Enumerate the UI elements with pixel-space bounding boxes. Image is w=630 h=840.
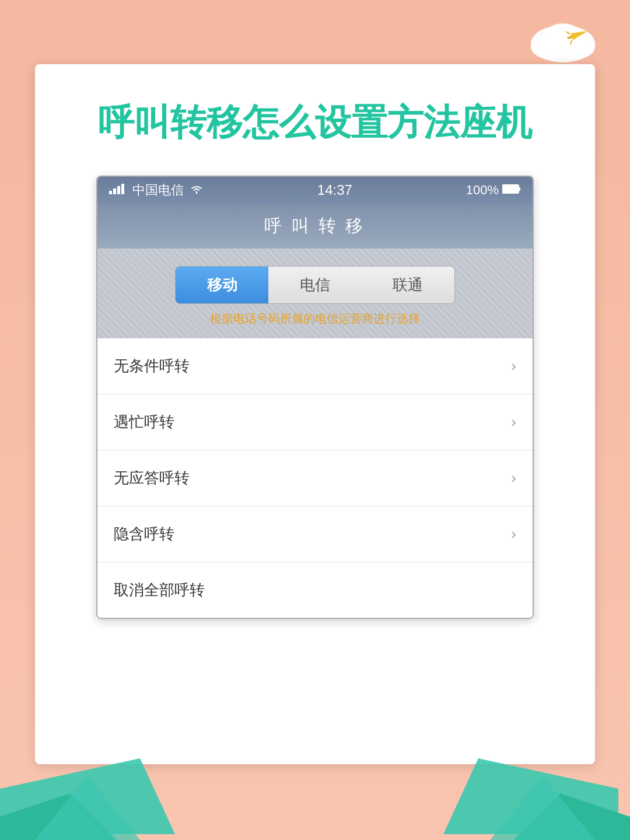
menu-list: 无条件呼转 › 遇忙呼转 › 无应答呼转 › 隐含呼转 › 取消全部呼转 [97, 338, 533, 618]
nav-title: 呼 叫 转 移 [264, 216, 365, 235]
carrier-name: 中国电信 [132, 181, 184, 199]
chevron-right-icon-0: › [511, 357, 516, 375]
battery-percent: 100% [466, 183, 499, 198]
segment-mobile[interactable]: 移动 [176, 267, 268, 303]
menu-item-hidden[interactable]: 隐含呼转 › [97, 506, 533, 562]
segment-area: 移动 电信 联通 根据电话号码所属的电信运营商进行选择 [97, 249, 533, 338]
svg-rect-10 [117, 186, 120, 194]
cloud-plane-decoration [522, 9, 615, 69]
svg-rect-9 [113, 188, 116, 194]
svg-rect-14 [519, 187, 520, 191]
chevron-right-icon-3: › [511, 525, 516, 543]
status-bar: 中国电信 14:37 100% [97, 177, 533, 204]
signal-icon [109, 183, 127, 198]
segment-hint: 根据电话号码所属的电信运营商进行选择 [210, 311, 420, 327]
menu-item-busy[interactable]: 遇忙呼转 › [97, 394, 533, 450]
svg-rect-13 [503, 186, 518, 192]
chevron-right-icon-2: › [511, 469, 516, 487]
menu-item-cancel-all[interactable]: 取消全部呼转 [97, 562, 533, 618]
status-right: 100% [466, 183, 521, 198]
chevron-right-icon-1: › [511, 413, 516, 431]
status-time: 14:37 [317, 182, 352, 198]
segment-unicom[interactable]: 联通 [362, 267, 454, 303]
phone-mockup: 中国电信 14:37 100% [96, 176, 534, 619]
menu-item-unconditional-label: 无条件呼转 [114, 356, 190, 376]
menu-item-cancel-all-label: 取消全部呼转 [114, 580, 205, 600]
menu-item-no-answer-label: 无应答呼转 [114, 468, 190, 488]
nav-bar: 呼 叫 转 移 [97, 204, 533, 249]
wifi-icon [190, 183, 204, 198]
battery-icon [502, 183, 521, 198]
menu-item-busy-label: 遇忙呼转 [114, 412, 174, 432]
svg-rect-11 [121, 184, 124, 194]
segment-telecom[interactable]: 电信 [268, 267, 361, 303]
status-left: 中国电信 [109, 181, 204, 199]
menu-item-unconditional[interactable]: 无条件呼转 › [97, 338, 533, 394]
paper-card: 呼叫转移怎么设置方法座机 中国电信 [35, 64, 595, 764]
bottom-decoration [0, 758, 630, 840]
svg-rect-8 [109, 191, 112, 194]
menu-item-hidden-label: 隐含呼转 [114, 524, 174, 544]
segment-control[interactable]: 移动 电信 联通 [175, 266, 455, 304]
menu-item-no-answer[interactable]: 无应答呼转 › [97, 450, 533, 506]
page-title: 呼叫转移怎么设置方法座机 [98, 99, 532, 146]
